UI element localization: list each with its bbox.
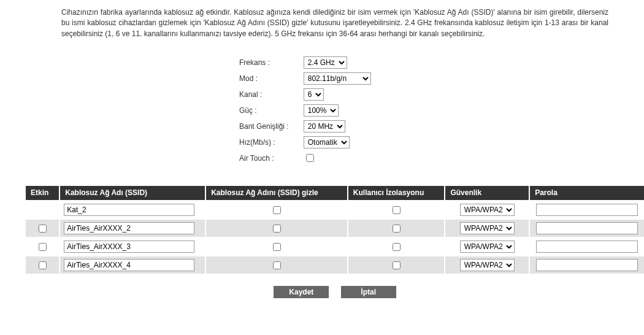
col-ssid: Kablosuz Ağ Adı (SSID) bbox=[60, 186, 205, 200]
security-select[interactable]: WPA/WPA2 bbox=[460, 204, 515, 216]
bandwidth-select[interactable]: 20 MHz bbox=[304, 120, 345, 133]
power-select[interactable]: 100% bbox=[304, 104, 339, 117]
enabled-checkbox[interactable] bbox=[39, 225, 47, 233]
hide-ssid-checkbox[interactable] bbox=[273, 225, 281, 233]
frequency-label: Frekans : bbox=[239, 56, 304, 69]
isolation-checkbox[interactable] bbox=[393, 261, 401, 269]
wireless-description: Cihazınızın fabrika ayarlarında kablosuz… bbox=[25, 0, 644, 53]
password-input[interactable] bbox=[536, 204, 637, 216]
wireless-settings: Frekans : 2.4 GHz Mod : 802.11b/g/n Kana… bbox=[239, 53, 371, 168]
enabled-checkbox[interactable] bbox=[39, 261, 47, 269]
mode-label: Mod : bbox=[239, 72, 304, 85]
frequency-select[interactable]: 2.4 GHz bbox=[304, 56, 347, 69]
password-input[interactable] bbox=[536, 259, 637, 271]
isolation-checkbox[interactable] bbox=[393, 225, 401, 233]
password-input[interactable] bbox=[536, 222, 637, 234]
save-button[interactable]: Kaydet bbox=[274, 286, 329, 298]
hide-ssid-checkbox[interactable] bbox=[273, 243, 281, 251]
airtouch-label: Air Touch : bbox=[239, 152, 304, 164]
col-password: Parola bbox=[530, 186, 644, 200]
ssid-input[interactable] bbox=[64, 259, 194, 271]
table-row: WPA/WPA2 bbox=[26, 201, 644, 218]
mode-select[interactable]: 802.11b/g/n bbox=[304, 72, 371, 85]
ssid-input[interactable] bbox=[64, 241, 194, 253]
security-select[interactable]: WPA/WPA2 bbox=[460, 222, 515, 234]
col-security: Güvenlik bbox=[445, 186, 529, 200]
bandwidth-label: Bant Genişliği : bbox=[239, 120, 304, 133]
networks-table: Etkin Kablosuz Ağ Adı (SSID) Kablosuz Ağ… bbox=[25, 185, 644, 275]
table-row: WPA/WPA2 bbox=[26, 220, 644, 237]
ssid-input[interactable] bbox=[64, 222, 194, 234]
enabled-checkbox[interactable] bbox=[39, 243, 47, 251]
speed-label: Hız(Mb/s) : bbox=[239, 136, 304, 148]
channel-select[interactable]: 6 bbox=[304, 88, 324, 101]
col-hide: Kablosuz Ağ Adını (SSID) gizle bbox=[206, 186, 347, 200]
table-row: WPA/WPA2 bbox=[26, 256, 644, 274]
hide-ssid-checkbox[interactable] bbox=[273, 206, 281, 214]
isolation-checkbox[interactable] bbox=[393, 206, 401, 214]
airtouch-checkbox[interactable] bbox=[306, 154, 314, 162]
security-select[interactable]: WPA/WPA2 bbox=[460, 241, 515, 253]
password-input[interactable] bbox=[536, 241, 637, 253]
power-label: Güç : bbox=[239, 104, 304, 117]
col-isolation: Kullanıcı İzolasyonu bbox=[348, 186, 445, 200]
cancel-button[interactable]: İptal bbox=[341, 286, 396, 298]
col-enabled: Etkin bbox=[26, 186, 59, 200]
security-select[interactable]: WPA/WPA2 bbox=[460, 259, 515, 271]
isolation-checkbox[interactable] bbox=[393, 243, 401, 251]
speed-select[interactable]: Otomatik bbox=[304, 136, 350, 148]
ssid-input[interactable] bbox=[64, 204, 194, 216]
table-row: WPA/WPA2 bbox=[26, 238, 644, 255]
hide-ssid-checkbox[interactable] bbox=[273, 261, 281, 269]
channel-label: Kanal : bbox=[239, 88, 304, 101]
